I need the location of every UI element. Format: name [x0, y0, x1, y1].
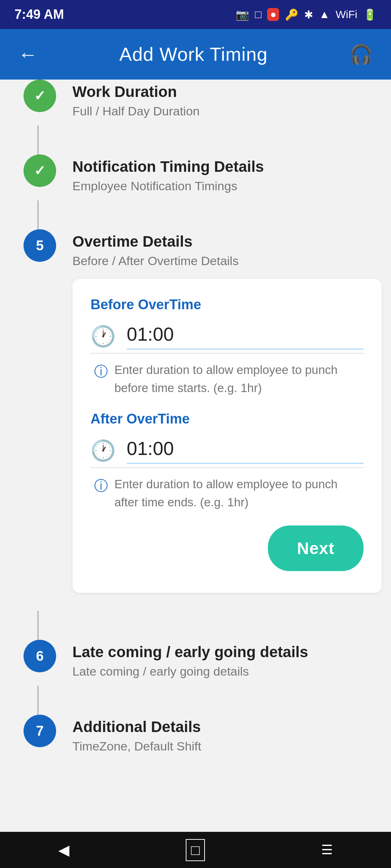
video-icon: 📷: [236, 8, 249, 21]
step-indicator-notification: ✓: [22, 154, 58, 187]
battery-icon: 🔋: [363, 8, 377, 21]
step-circle-late-coming: 6: [24, 640, 56, 672]
before-info-icon: ⓘ: [94, 362, 108, 381]
after-overtime-label: After OverTime: [91, 411, 363, 427]
before-hint-row: ⓘ Enter duration to allow employee to pu…: [91, 361, 363, 397]
before-time-input-row: 🕐: [91, 323, 363, 349]
app-bar: ← Add Work Timing 🎧: [0, 29, 391, 80]
step-content-additional: Additional Details TimeZone, Default Shi…: [58, 715, 369, 761]
step-indicator-overtime: 5: [22, 229, 58, 262]
step-row-overtime: 5 Overtime Details Before / After Overti…: [22, 229, 369, 611]
connector-1: [37, 125, 39, 154]
step-additional: 7 Additional Details TimeZone, Default S…: [22, 715, 369, 761]
step-subtitle-late-coming: Late coming / early going details: [72, 664, 369, 678]
after-info-icon: ⓘ: [94, 477, 108, 495]
bluetooth-icon: ✱: [304, 8, 313, 21]
step-content-late-coming: Late coming / early going details Late c…: [58, 640, 369, 686]
step-subtitle-notification: Employee Notification Timings: [72, 179, 369, 193]
status-time: 7:49 AM: [14, 7, 64, 22]
headset-icon[interactable]: 🎧: [349, 43, 373, 65]
step-circle-work-duration: ✓: [24, 80, 56, 112]
step-overtime: 5 Overtime Details Before / After Overti…: [22, 229, 369, 640]
key-icon: 🔑: [285, 8, 298, 21]
next-button[interactable]: Next: [268, 526, 363, 571]
record-icon: ●: [267, 8, 279, 21]
before-divider: [91, 353, 363, 354]
nav-menu-icon[interactable]: ☰: [321, 842, 333, 858]
bottom-nav: ◀ □ ☰: [0, 832, 391, 868]
step-indicator-late-coming: 6: [22, 640, 58, 672]
step-row-additional: 7 Additional Details TimeZone, Default S…: [22, 715, 369, 761]
before-overtime-label: Before OverTime: [91, 297, 363, 312]
back-button[interactable]: ←: [18, 43, 38, 65]
step-content-overtime: Overtime Details Before / After Overtime…: [58, 229, 382, 611]
step-title-notification: Notification Timing Details: [72, 158, 369, 175]
connector-2: [37, 200, 39, 229]
app-bar-title: Add Work Timing: [119, 43, 268, 65]
after-hint-row: ⓘ Enter duration to allow employee to pu…: [91, 475, 363, 511]
before-hint-text: Enter duration to allow employee to punc…: [114, 361, 363, 397]
step-notification: ✓ Notification Timing Details Employee N…: [22, 154, 369, 229]
step-title-overtime: Overtime Details: [72, 233, 382, 250]
step-content-notification: Notification Timing Details Employee Not…: [58, 154, 369, 200]
sim-icon: □: [255, 8, 261, 21]
after-hint-text: Enter duration to allow employee to punc…: [114, 475, 363, 511]
step-row-late-coming: 6 Late coming / early going details Late…: [22, 640, 369, 686]
step-content-work-duration: Work Duration Full / Half Day Duration: [58, 80, 369, 125]
wifi-icon: WiFi: [336, 8, 357, 21]
step-indicator-additional: 7: [22, 715, 58, 747]
step-subtitle-work-duration: Full / Half Day Duration: [72, 104, 369, 118]
after-divider: [91, 467, 363, 468]
step-circle-notification: ✓: [24, 154, 56, 187]
step-subtitle-additional: TimeZone, Default Shift: [72, 739, 369, 753]
content-area: ✓ Work Duration Full / Half Day Duration…: [0, 80, 391, 790]
step-indicator-work-duration: ✓: [22, 80, 58, 112]
after-time-input-row: 🕐: [91, 438, 363, 464]
signal-icon: ▲: [319, 8, 330, 21]
connector-3: [37, 611, 39, 640]
connector-4: [37, 686, 39, 715]
nav-home-icon[interactable]: □: [186, 839, 205, 861]
step-row-work-duration: ✓ Work Duration Full / Half Day Duration: [22, 80, 369, 125]
overtime-card: Before OverTime 🕐 ⓘ Enter duration to al…: [72, 279, 382, 593]
before-clock-icon: 🕐: [91, 324, 116, 348]
status-icons: 📷 □ ● 🔑 ✱ ▲ WiFi 🔋: [236, 8, 377, 21]
step-subtitle-overtime: Before / After Overtime Details: [72, 254, 382, 268]
nav-back-icon[interactable]: ◀: [58, 842, 70, 858]
step-title-work-duration: Work Duration: [72, 83, 369, 101]
step-title-additional: Additional Details: [72, 718, 369, 736]
step-circle-additional: 7: [24, 715, 56, 747]
status-bar: 7:49 AM 📷 □ ● 🔑 ✱ ▲ WiFi 🔋: [0, 0, 391, 29]
step-late-coming: 6 Late coming / early going details Late…: [22, 640, 369, 715]
step-title-late-coming: Late coming / early going details: [72, 643, 369, 661]
step-work-duration: ✓ Work Duration Full / Half Day Duration: [22, 80, 369, 154]
after-clock-icon: 🕐: [91, 439, 116, 463]
after-overtime-input[interactable]: [127, 438, 363, 464]
step-row-notification: ✓ Notification Timing Details Employee N…: [22, 154, 369, 200]
timeline: ✓ Work Duration Full / Half Day Duration…: [0, 80, 391, 761]
before-overtime-input[interactable]: [127, 323, 363, 349]
step-circle-overtime: 5: [24, 229, 56, 262]
